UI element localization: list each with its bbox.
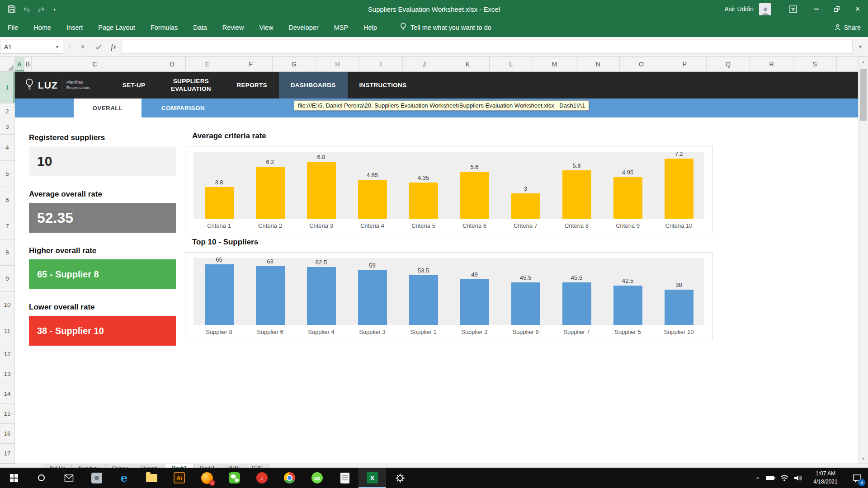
- tab-comparison[interactable]: COMPARISON: [149, 99, 217, 117]
- bar[interactable]: [613, 177, 642, 219]
- row-header-12[interactable]: 12: [0, 344, 14, 364]
- ribbon-tab-help[interactable]: Help: [356, 18, 385, 37]
- ribbon-tab-view[interactable]: View: [251, 18, 281, 37]
- column-header-D[interactable]: D: [158, 57, 186, 71]
- ribbon-tab-file[interactable]: File: [0, 18, 26, 37]
- vertical-scrollbar[interactable]: ▲ ▼: [858, 57, 868, 464]
- scrollbar-thumb[interactable]: [860, 69, 867, 121]
- bar[interactable]: [256, 266, 285, 325]
- bar[interactable]: [205, 264, 234, 325]
- sheet-tab-suppliers[interactable]: Suppliers: [72, 464, 106, 468]
- tell-me-box[interactable]: Tell me what you want to do: [400, 23, 491, 33]
- firefox-icon[interactable]: 2: [193, 468, 221, 488]
- upwork-icon[interactable]: up: [303, 468, 331, 488]
- row-header-16[interactable]: 16: [0, 424, 14, 444]
- network-icon[interactable]: [778, 468, 791, 488]
- column-header-F[interactable]: F: [229, 57, 273, 71]
- column-header-M[interactable]: M: [533, 57, 576, 71]
- chart-canvas[interactable]: 656362.55953.54945.545.542.538 Supplier …: [185, 252, 713, 339]
- column-header-B[interactable]: B: [24, 57, 32, 71]
- row-header-6[interactable]: 6: [0, 187, 14, 213]
- save-icon[interactable]: [8, 5, 15, 13]
- cancel-formula-icon[interactable]: ×: [75, 37, 90, 56]
- scroll-down-icon[interactable]: ▼: [859, 454, 868, 464]
- column-header-Q[interactable]: Q: [707, 57, 750, 71]
- select-all-corner[interactable]: [0, 57, 15, 71]
- row-header-11[interactable]: 11: [0, 318, 14, 344]
- sheet-tab-dum[interactable]: DUM: [221, 464, 245, 468]
- column-header-R[interactable]: R: [750, 57, 793, 71]
- expand-formula-bar-icon[interactable]: ▼: [853, 37, 868, 56]
- sheet-tab-set-up[interactable]: Set-Up: [43, 464, 72, 468]
- ribbon-tab-formulas[interactable]: Formulas: [143, 18, 185, 37]
- ribbon-tab-home[interactable]: Home: [26, 18, 59, 37]
- close-button[interactable]: ×: [847, 0, 868, 18]
- name-box[interactable]: A1 ▼: [0, 40, 63, 54]
- edge-icon[interactable]: e: [110, 468, 138, 488]
- taskbar-clock[interactable]: 1:07 AM 4/18/2021: [805, 468, 846, 488]
- row-header-5[interactable]: 5: [0, 161, 14, 187]
- undo-icon[interactable]: [23, 6, 30, 12]
- ribbon-display-options-icon[interactable]: [783, 0, 803, 18]
- customize-quick-access-icon[interactable]: ▼: [52, 7, 57, 12]
- bar[interactable]: [665, 290, 693, 325]
- bar[interactable]: [613, 286, 642, 325]
- maximize-button[interactable]: [826, 0, 847, 18]
- column-header-G[interactable]: G: [273, 57, 316, 71]
- bar[interactable]: [205, 187, 234, 219]
- nav-item-reports[interactable]: REPORTS: [225, 72, 278, 99]
- enter-formula-icon[interactable]: [90, 37, 106, 56]
- bar[interactable]: [358, 180, 387, 219]
- illustrator-icon[interactable]: Ai: [165, 468, 193, 488]
- nav-item-suppliers-evaluation[interactable]: SUPPLIERS EVALUATION: [157, 72, 225, 99]
- sheet-tab-dash2[interactable]: Dash2: [193, 464, 221, 468]
- column-header-I[interactable]: I: [359, 57, 403, 71]
- column-header-N[interactable]: N: [576, 57, 620, 71]
- insert-function-icon[interactable]: fx: [106, 37, 121, 56]
- sheet-tab-cuc[interactable]: CUC: [245, 464, 269, 468]
- chart-canvas[interactable]: 3.86.26.84.654.355.635.84.957.2 Criteria…: [185, 146, 713, 233]
- minimize-button[interactable]: [806, 0, 826, 18]
- row-header-10[interactable]: 10: [0, 292, 14, 318]
- column-header-H[interactable]: H: [316, 57, 359, 71]
- column-header-A[interactable]: A: [15, 57, 24, 71]
- row-header-15[interactable]: 15: [0, 404, 14, 424]
- ribbon-tab-page-layout[interactable]: Page Layout: [90, 18, 142, 37]
- column-header-C[interactable]: C: [32, 57, 158, 71]
- column-header-K[interactable]: K: [446, 57, 490, 71]
- cortana-search-icon[interactable]: [28, 468, 55, 488]
- column-header-S[interactable]: S: [793, 57, 837, 71]
- bar[interactable]: [460, 279, 489, 325]
- nav-item-instructions[interactable]: INSTRUCTIONS: [348, 72, 419, 99]
- row-header-4[interactable]: 4: [0, 135, 14, 161]
- row-header-2[interactable]: 2: [0, 103, 14, 119]
- ribbon-tab-data[interactable]: Data: [185, 18, 215, 37]
- share-button[interactable]: Share: [835, 24, 861, 32]
- bar[interactable]: [358, 270, 387, 325]
- mail-icon[interactable]: [55, 468, 83, 488]
- sheet-tab-criteria[interactable]: Criteria: [106, 464, 135, 468]
- bar[interactable]: [665, 159, 693, 219]
- bar[interactable]: [562, 282, 591, 325]
- row-header-13[interactable]: 13: [0, 364, 14, 384]
- nav-item-set-up[interactable]: SET-UP: [111, 72, 157, 99]
- sheet-tab-dash1[interactable]: Dash1: [165, 464, 193, 468]
- excel-icon[interactable]: X: [359, 468, 386, 488]
- battery-icon[interactable]: [764, 468, 778, 488]
- formula-input[interactable]: [121, 40, 853, 54]
- bar[interactable]: [511, 282, 540, 325]
- music-icon[interactable]: ♪: [248, 468, 276, 488]
- bar[interactable]: [307, 267, 336, 325]
- settings-icon[interactable]: [386, 468, 414, 488]
- wechat-icon[interactable]: [221, 468, 248, 488]
- chrome-icon[interactable]: [276, 468, 303, 488]
- name-box-splitter[interactable]: ⋮: [63, 37, 75, 56]
- bar[interactable]: [511, 193, 540, 219]
- column-header-O[interactable]: O: [620, 57, 663, 71]
- sheet-tab-reports[interactable]: Reports: [135, 464, 166, 468]
- row-header-8[interactable]: 8: [0, 239, 14, 266]
- bar[interactable]: [460, 172, 489, 219]
- bar[interactable]: [307, 162, 336, 219]
- row-header-7[interactable]: 7: [0, 213, 14, 239]
- ribbon-tab-insert[interactable]: Insert: [59, 18, 90, 37]
